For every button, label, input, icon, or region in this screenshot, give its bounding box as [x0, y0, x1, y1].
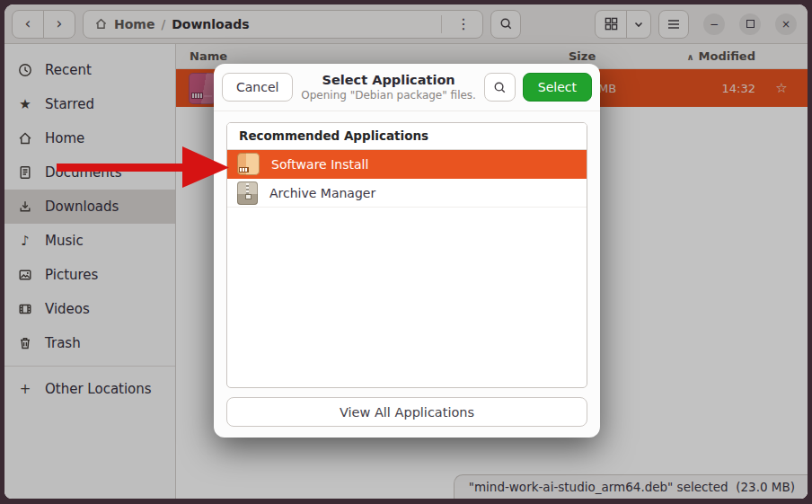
- dialog-header: Cancel Select Application Opening "Debia…: [214, 64, 600, 111]
- select-button[interactable]: Select: [523, 73, 592, 102]
- select-application-dialog: Cancel Select Application Opening "Debia…: [214, 64, 600, 438]
- search-icon: [493, 81, 507, 94]
- app-name: Software Install: [271, 157, 368, 172]
- archive-manager-icon: [237, 181, 258, 205]
- dialog-subtitle: Opening "Debian package" files.: [300, 89, 476, 102]
- cancel-button[interactable]: Cancel: [222, 73, 293, 102]
- app-name: Archive Manager: [269, 186, 375, 200]
- dialog-search-button[interactable]: [484, 73, 516, 102]
- view-all-applications-button[interactable]: View All Applications: [226, 397, 587, 427]
- section-header: Recommended Applications: [227, 123, 587, 150]
- software-install-icon: [237, 153, 260, 175]
- red-arrow-annotation: [49, 142, 234, 192]
- list-item-software-install[interactable]: Software Install: [227, 150, 587, 179]
- desktop-background: ‹ › Home / Downloads ⋮: [0, 0, 812, 504]
- application-list: Recommended Applications Software Instal…: [226, 122, 587, 388]
- dialog-title-block: Select Application Opening "Debian packa…: [300, 72, 476, 102]
- list-item-archive-manager[interactable]: Archive Manager: [227, 179, 587, 208]
- dialog-title: Select Application: [300, 72, 476, 88]
